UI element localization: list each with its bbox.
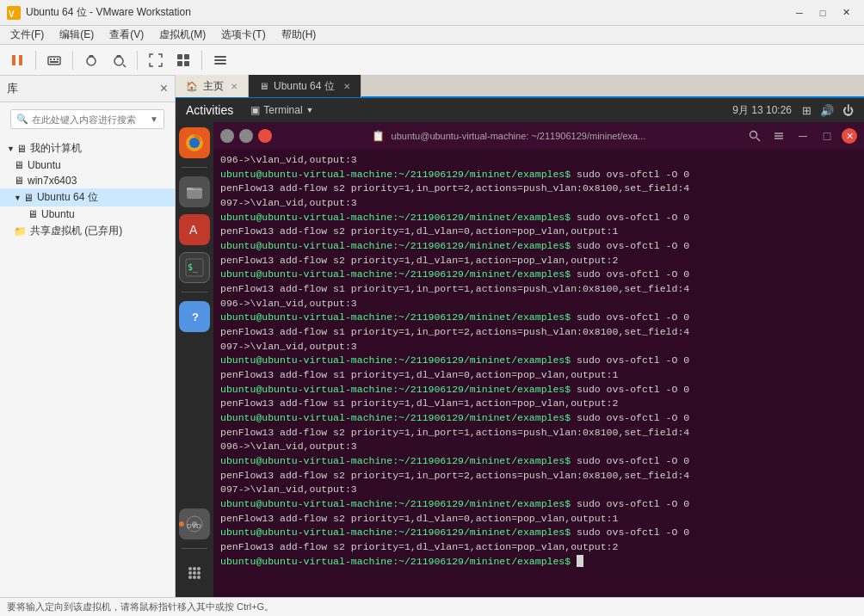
terminal-line: ubuntu@ubuntu-virtual-machine:~/21190612… bbox=[220, 454, 857, 469]
files-launcher[interactable] bbox=[179, 176, 210, 207]
terminal-maximize-button[interactable] bbox=[239, 129, 253, 143]
toolbar-separator-4 bbox=[201, 51, 202, 70]
tree-item-ubuntu[interactable]: 🖥 Ubuntu bbox=[0, 157, 175, 173]
power-icon[interactable]: ⏻ bbox=[842, 104, 854, 117]
menu-tabs[interactable]: 选项卡(T) bbox=[214, 26, 272, 44]
activities-button[interactable]: Activities bbox=[186, 103, 233, 117]
menu-edit[interactable]: 编辑(E) bbox=[52, 26, 101, 44]
menu-view[interactable]: 查看(V) bbox=[102, 26, 151, 44]
tab-ubuntu64[interactable]: 🖥 Ubuntu 64 位 ✕ bbox=[249, 75, 361, 97]
tree-item-ubuntu-nested[interactable]: 🖥 Ubuntu bbox=[0, 206, 175, 222]
terminal-line: penFlow13 add-flow s2 priority=1,dl_vlan… bbox=[220, 512, 857, 527]
terminal-prompt: ubuntu@ubuntu-virtual-machine:~/21190612… bbox=[220, 455, 571, 466]
svg-text:$_: $_ bbox=[188, 262, 199, 273]
sidebar-close-button[interactable]: × bbox=[160, 81, 168, 96]
terminal-line: ubuntu@ubuntu-virtual-machine:~/21190612… bbox=[220, 383, 857, 397]
keyboard-icon bbox=[46, 52, 62, 68]
ubuntu-main: A $_ ? bbox=[176, 122, 864, 597]
snapshot-list-icon bbox=[111, 52, 127, 68]
search-chevron-icon[interactable]: ▼ bbox=[150, 114, 158, 124]
help-launcher[interactable]: ? bbox=[179, 301, 210, 332]
send-ctrlaltdel-button[interactable] bbox=[42, 48, 66, 72]
maximize-button[interactable]: □ bbox=[812, 4, 834, 22]
terminal-prompt: ubuntu@ubuntu-virtual-machine:~/21190612… bbox=[220, 268, 571, 280]
search-input[interactable] bbox=[32, 114, 150, 125]
toolbar-separator-3 bbox=[137, 51, 138, 70]
menu-vm[interactable]: 虚拟机(M) bbox=[152, 26, 213, 44]
svg-rect-4 bbox=[48, 57, 60, 65]
unity-icon bbox=[176, 52, 191, 68]
guest-prefs-button[interactable] bbox=[208, 48, 232, 72]
files-svg-icon bbox=[185, 182, 204, 201]
app-grid-launcher[interactable] bbox=[179, 557, 210, 588]
expand-icon: ▼ bbox=[14, 194, 22, 202]
dvd-svg-icon: DVD bbox=[185, 514, 204, 533]
firefox-launcher[interactable] bbox=[179, 127, 210, 158]
terminal-window: 📋 ubuntu@ubuntu-virtual-machine: ~/21190… bbox=[213, 122, 864, 597]
close-button[interactable]: ✕ bbox=[835, 4, 857, 22]
fullscreen-button[interactable] bbox=[144, 48, 168, 72]
terminal-close-button[interactable] bbox=[258, 129, 272, 143]
sidebar: 库 × 🔍 ▼ ▼ 🖥 我的计算机 🖥 Ubuntu 🖥 win7x6403 bbox=[0, 76, 176, 597]
terminal-line: 097->\vlan_vid,output:3 bbox=[220, 340, 857, 354]
vm-screen[interactable]: Activities ▣ Terminal ▼ 9月 13 10:26 ⊞ 🔊 … bbox=[176, 98, 864, 597]
search-bar: 🔍 ▼ bbox=[10, 109, 164, 129]
svg-text:?: ? bbox=[192, 311, 199, 323]
vm-tab-icon: 🖥 bbox=[259, 81, 268, 91]
svg-point-33 bbox=[197, 567, 201, 570]
terminal-command: sudo ovs-ofctl -O 0 bbox=[571, 412, 689, 423]
terminal-prompt: ubuntu@ubuntu-virtual-machine:~/21190612… bbox=[220, 412, 571, 423]
terminal-line: ubuntu@ubuntu-virtual-machine:~/21190612… bbox=[220, 211, 857, 225]
terminal-restore-button[interactable]: □ bbox=[818, 126, 836, 145]
terminal-command: sudo ovs-ofctl -O 0 bbox=[571, 169, 689, 180]
terminal-search-button[interactable] bbox=[745, 126, 764, 145]
svg-rect-17 bbox=[214, 59, 226, 61]
snapshot-button[interactable] bbox=[79, 48, 103, 72]
tab-close-icon[interactable]: ✕ bbox=[343, 82, 350, 91]
tab-add-icon[interactable]: ✕ bbox=[231, 82, 238, 91]
ubuntu-topbar: Activities ▣ Terminal ▼ 9月 13 10:26 ⊞ 🔊 … bbox=[176, 98, 864, 122]
terminal-menu[interactable]: ▣ Terminal ▼ bbox=[250, 104, 313, 116]
statusbar-text: 要将输入定向到该虚拟机，请将鼠标指针移入其中或按 Ctrl+G。 bbox=[7, 601, 274, 613]
datetime-display: 9月 13 10:26 bbox=[732, 103, 792, 118]
pause-icon bbox=[9, 52, 25, 68]
toolbar-separator-2 bbox=[72, 51, 73, 70]
volume-icon[interactable]: 🔊 bbox=[820, 104, 834, 117]
terminal-prompt: ubuntu@ubuntu-virtual-machine:~/21190612… bbox=[220, 240, 571, 251]
terminal-svg-icon: $_ bbox=[185, 258, 204, 277]
appstore-launcher[interactable]: A bbox=[179, 214, 210, 245]
svg-point-36 bbox=[197, 571, 201, 575]
svg-point-40 bbox=[750, 132, 757, 139]
unity-button[interactable] bbox=[171, 48, 195, 72]
toolbar-separator-1 bbox=[35, 51, 36, 70]
terminal-line: ubuntu@ubuntu-virtual-machine:~/21190612… bbox=[220, 168, 857, 182]
svg-point-9 bbox=[87, 57, 96, 65]
dock-divider-3 bbox=[182, 548, 207, 549]
tree-item-win7[interactable]: 🖥 win7x6403 bbox=[0, 173, 175, 188]
tab-home[interactable]: 🏠 主页 ✕ bbox=[176, 75, 249, 97]
terminal-content[interactable]: 096->\vlan_vid,output:3ubuntu@ubuntu-vir… bbox=[213, 150, 864, 597]
snapshot-manager-button[interactable] bbox=[107, 48, 131, 72]
tree-item-shared[interactable]: 📁 共享虚拟机 (已弃用) bbox=[0, 222, 175, 240]
minimize-button[interactable]: ─ bbox=[788, 4, 811, 22]
menu-file[interactable]: 文件(F) bbox=[3, 26, 51, 44]
terminal-menu-button[interactable] bbox=[769, 126, 788, 145]
tree-item-my-computers[interactable]: ▼ 🖥 我的计算机 bbox=[0, 139, 175, 157]
titlebar: V Ubuntu 64 位 - VMware Workstation ─ □ ✕ bbox=[0, 0, 864, 26]
terminal-command: sudo ovs-ofctl -O 0 bbox=[571, 212, 689, 223]
terminal-line: ubuntu@ubuntu-virtual-machine:~/21190612… bbox=[220, 555, 857, 570]
pause-button[interactable] bbox=[5, 48, 29, 72]
network-icon[interactable]: ⊞ bbox=[802, 104, 812, 117]
terminal-title-area: 📋 ubuntu@ubuntu-virtual-machine: ~/21190… bbox=[277, 130, 740, 142]
menu-help[interactable]: 帮助(H) bbox=[275, 26, 324, 44]
terminal-launcher[interactable]: $_ bbox=[179, 252, 210, 283]
terminal-minimize-button[interactable] bbox=[220, 129, 234, 143]
grid-svg-icon bbox=[185, 564, 204, 582]
terminal-cursor bbox=[577, 555, 583, 567]
terminal-min-button[interactable]: ─ bbox=[793, 126, 812, 145]
tree-item-ubuntu64[interactable]: ▼ 🖥 Ubuntu 64 位 bbox=[0, 188, 175, 206]
terminal-x-button[interactable]: ✕ bbox=[842, 128, 857, 144]
svg-point-38 bbox=[193, 576, 196, 579]
terminal-line: ubuntu@ubuntu-virtual-machine:~/21190612… bbox=[220, 268, 857, 282]
svg-rect-2 bbox=[12, 55, 15, 65]
